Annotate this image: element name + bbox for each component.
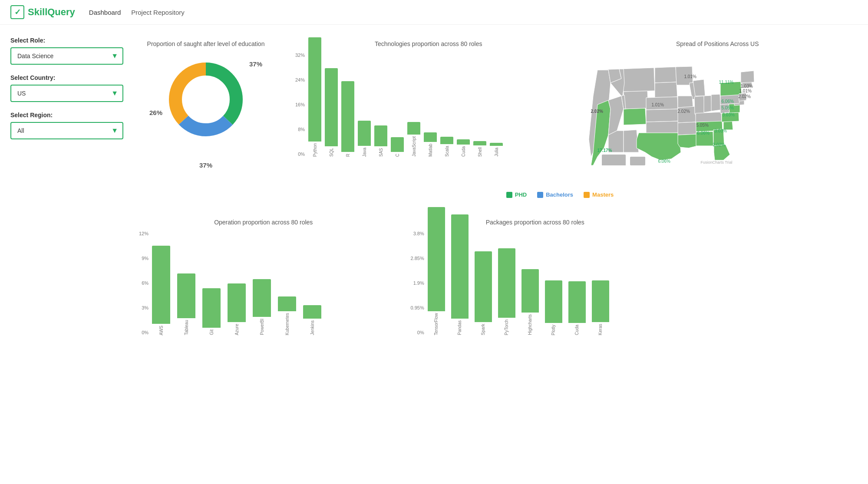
- role-select-wrapper[interactable]: Data Science Data Engineer ML Engineer S…: [10, 47, 123, 65]
- svg-marker-18: [646, 109, 678, 122]
- tech-y-24: 24%: [295, 77, 305, 82]
- country-select-wrapper[interactable]: US UK Canada India ▼: [10, 85, 123, 102]
- map-title: Spread of Positions Across US: [584, 40, 851, 47]
- top-chart-row: Proportion of saught after level of educ…: [132, 33, 858, 181]
- bar-powerbi: PowerBI: [253, 279, 271, 335]
- tech-y-axis: 32% 24% 16% 8% 0%: [295, 53, 307, 157]
- legend-bachelors-label: Bachelors: [546, 191, 573, 198]
- bar-highcharts: Highcharts: [521, 269, 539, 335]
- legend-phd-label: PHD: [515, 191, 527, 198]
- region-select-wrapper[interactable]: All Northeast Midwest South West ▼: [10, 122, 123, 139]
- map-chart-card: Spread of Positions Across US: [578, 33, 858, 181]
- bar-spark: Spark: [475, 251, 492, 335]
- ops-bar-wrapper: 12% 9% 6% 3% 0% AWS Tableau Git Azure Po…: [139, 231, 388, 335]
- tech-bars: Python SQL R Java SAS C JavaScript Matla…: [308, 53, 503, 157]
- svg-marker-27: [693, 79, 705, 96]
- bar-cuda-pkg: Cuda: [568, 281, 586, 335]
- map-label-mn: 1.01%: [684, 74, 696, 79]
- pkg-y-285: 2.85%: [411, 256, 424, 261]
- svg-marker-15: [655, 67, 677, 83]
- svg-marker-11: [624, 91, 648, 109]
- packages-chart-title: Packages proportion across 80 roles: [411, 219, 660, 226]
- ops-y-6: 6%: [139, 280, 149, 286]
- map-container: 17.17% 2.02% 1.01% 1.01% 2.02% 5.05% 6.0…: [584, 53, 758, 174]
- svg-marker-12: [619, 68, 655, 92]
- bar-cuda: Cuda: [457, 139, 470, 157]
- map-label-nc: 5.05%: [722, 105, 734, 110]
- logo-text: SkillQuery: [28, 7, 75, 18]
- ops-chart-title: Operation proportion across 80 roles: [139, 219, 388, 226]
- svg-marker-16: [655, 82, 677, 98]
- packages-bars: TensorFlow Pandas Spark PyTorch Highchar…: [428, 231, 609, 335]
- map-label-nj: 2.02%: [739, 94, 751, 99]
- svg-marker-30: [711, 94, 721, 111]
- role-select[interactable]: Data Science Data Engineer ML Engineer S…: [11, 48, 122, 64]
- map-label-ne2: 1.01%: [739, 89, 752, 93]
- map-label-me: 1.03%: [741, 84, 753, 89]
- donut-chart-card: Proportion of saught after level of educ…: [132, 33, 280, 176]
- legend-phd-color: [506, 192, 512, 198]
- logo: ✓ SkillQuery: [10, 5, 75, 19]
- svg-marker-26: [678, 134, 697, 148]
- map-label-mo: 2.02%: [678, 109, 690, 114]
- bar-scala: Scala: [440, 137, 453, 157]
- bar-azure: Azure: [228, 283, 246, 335]
- svg-rect-47: [602, 155, 626, 165]
- logo-icon: ✓: [10, 5, 24, 19]
- bar-matlab: Matlab: [424, 132, 437, 157]
- region-label: Select Region:: [10, 112, 123, 119]
- map-label-tx: 6.06%: [658, 159, 670, 164]
- map-label-sc: 3.03%: [723, 112, 735, 117]
- pkg-y-19: 1.9%: [411, 280, 424, 286]
- pkg-y-0: 0%: [411, 330, 424, 335]
- country-select[interactable]: US UK Canada India: [11, 86, 122, 101]
- svg-marker-20: [637, 133, 681, 160]
- svg-marker-46: [741, 71, 754, 83]
- map-label-wa: 2.02%: [591, 109, 603, 114]
- pkg-y-095: 0.95%: [411, 305, 424, 310]
- svg-point-3: [184, 78, 228, 121]
- bar-python: Python: [308, 37, 321, 157]
- sidebar: Select Role: Data Science Data Engineer …: [10, 33, 123, 342]
- logo-checkmark: ✓: [14, 7, 21, 17]
- donut-phd-label: 37%: [249, 60, 262, 68]
- nav: Dashboard Project Repository: [89, 9, 185, 16]
- region-select[interactable]: All Northeast Midwest South West: [11, 123, 122, 138]
- svg-marker-25: [678, 122, 696, 135]
- svg-marker-23: [678, 96, 693, 108]
- packages-bar-wrapper: 3.8% 2.85% 1.9% 0.95% 0% TensorFlow Pand…: [411, 231, 660, 335]
- map-label-va: 6.06%: [722, 99, 734, 104]
- legend-masters: Masters: [584, 191, 614, 198]
- bar-java: Java: [358, 121, 371, 157]
- map-label-ca: 17.17%: [597, 148, 612, 153]
- nav-project-repository[interactable]: Project Repository: [131, 9, 185, 16]
- bar-sql: SQL: [325, 68, 338, 157]
- svg-marker-28: [694, 96, 705, 114]
- tech-bar-title: Technologies proportion across 80 roles: [295, 40, 562, 47]
- map-label-ms: 6.06%: [697, 131, 710, 135]
- tech-bar-wrapper: 32% 24% 16% 8% 0% Python SQL R Java SAS …: [295, 53, 562, 157]
- legend-row: PHD Bachelors Masters: [262, 191, 858, 198]
- ops-chart-card: Operation proportion across 80 roles 12%…: [132, 212, 395, 342]
- header: ✓ SkillQuery Dashboard Project Repositor…: [0, 0, 868, 25]
- map-label-fl: 2.02%: [713, 142, 725, 147]
- nav-dashboard[interactable]: Dashboard: [89, 9, 121, 16]
- ops-bars: AWS Tableau Git Azure PowerBI Kubernetes…: [152, 231, 321, 335]
- bar-keras: Keras: [592, 280, 609, 335]
- legend-phd: PHD: [506, 191, 527, 198]
- legend-bachelors: Bachelors: [537, 191, 573, 198]
- map-watermark: FusionCharts Trial: [701, 160, 733, 165]
- ops-y-axis: 12% 9% 6% 3% 0%: [139, 231, 150, 335]
- bar-c: C: [391, 137, 404, 157]
- bar-javascript: JavaScript: [407, 122, 420, 157]
- bar-r: R: [341, 81, 354, 157]
- role-form-group: Select Role: Data Science Data Engineer …: [10, 37, 123, 65]
- bar-pandas: Pandas: [451, 214, 469, 335]
- donut-chart-title: Proportion of saught after level of educ…: [139, 40, 273, 47]
- bar-git: Git: [202, 288, 221, 335]
- svg-marker-29: [704, 95, 712, 112]
- bar-tableau: Tableau: [177, 273, 195, 335]
- bar-plotly: Plotly: [545, 280, 562, 335]
- bar-pytorch: PyTorch: [498, 248, 515, 335]
- map-label-ny: 11.11%: [719, 80, 734, 85]
